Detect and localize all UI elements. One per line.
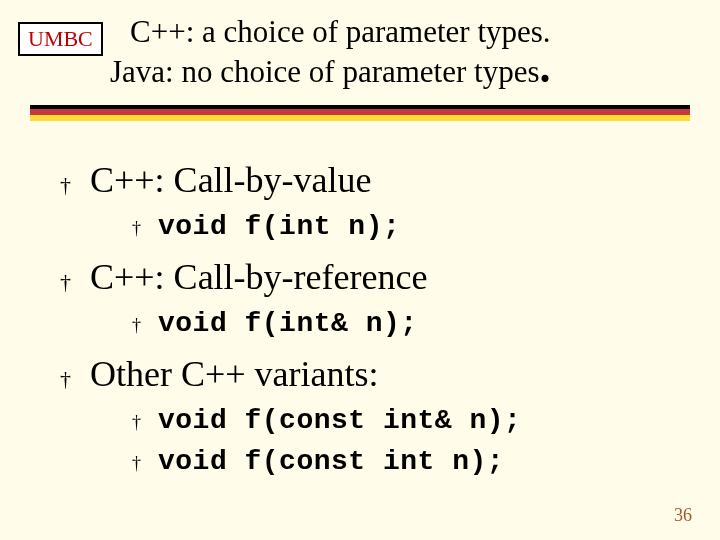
title-period: . (540, 43, 551, 92)
slide-title: C++: a choice of parameter types. Java: … (110, 12, 690, 93)
dagger-icon: † (60, 172, 90, 198)
bullet-1: † C++: Call-by-value (60, 159, 670, 201)
bullet-3-sub-1: † void f(const int& n); (132, 405, 670, 436)
header-divider (30, 105, 690, 121)
title-line-2: Java: no choice of parameter types. (110, 52, 690, 92)
bullet-3-sub-1-code: void f(const int& n); (158, 405, 521, 436)
bullet-3-sub-2-code: void f(const int n); (158, 446, 504, 477)
bullet-2-sub-1-code: void f(int& n); (158, 308, 418, 339)
slide: UMBC C++: a choice of parameter types. J… (0, 0, 720, 540)
umbc-logo: UMBC (18, 22, 103, 56)
bullet-3-sub-2: † void f(const int n); (132, 446, 670, 477)
bullet-1-heading: C++: Call-by-value (90, 159, 372, 201)
title-line-2-text: Java: no choice of parameter types (110, 54, 540, 89)
content-area: † C++: Call-by-value † void f(int n); † … (0, 121, 720, 477)
dagger-icon: † (60, 269, 90, 295)
bullet-3: † Other C++ variants: (60, 353, 670, 395)
bullet-2: † C++: Call-by-reference (60, 256, 670, 298)
dagger-icon: † (60, 366, 90, 392)
bullet-2-heading: C++: Call-by-reference (90, 256, 427, 298)
divider-yellow (30, 115, 690, 121)
dagger-icon: † (132, 315, 158, 336)
dagger-icon: † (132, 218, 158, 239)
dagger-icon: † (132, 412, 158, 433)
bullet-1-sub-1-code: void f(int n); (158, 211, 400, 242)
bullet-3-heading: Other C++ variants: (90, 353, 379, 395)
bullet-2-sub-1: † void f(int& n); (132, 308, 670, 339)
bullet-1-sub-1: † void f(int n); (132, 211, 670, 242)
dagger-icon: † (132, 453, 158, 474)
slide-number: 36 (674, 505, 692, 526)
title-line-1: C++: a choice of parameter types. (130, 12, 690, 52)
header: UMBC C++: a choice of parameter types. J… (0, 0, 720, 121)
